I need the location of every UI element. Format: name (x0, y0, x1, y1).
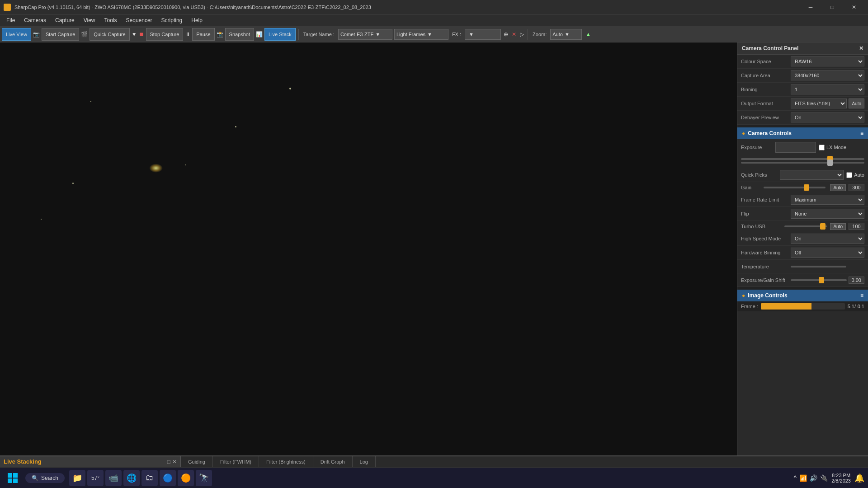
taskbar-icon-app2[interactable]: 🟠 (178, 470, 194, 486)
gain-slider-thumb[interactable] (804, 184, 809, 191)
gain-slider[interactable] (764, 187, 826, 188)
menu-scripting[interactable]: Scripting (157, 16, 187, 24)
ls-close-icon[interactable]: ✕ (172, 459, 177, 465)
camera-controls-icon: ● (742, 130, 745, 136)
menu-help[interactable]: Help (187, 16, 207, 24)
temperature-slider[interactable] (791, 266, 846, 267)
snapshot-button[interactable]: Snapshot (225, 28, 254, 41)
exposure-slider-row[interactable] (737, 155, 868, 168)
pause-button[interactable]: Pause (192, 28, 214, 41)
live-view-button[interactable]: Live View (2, 28, 31, 41)
taskbar-search[interactable]: 🔍 Search (25, 473, 65, 483)
turbo-usb-thumb[interactable] (820, 223, 826, 230)
volume-icon[interactable]: 🔊 (810, 474, 817, 482)
quick-picks-select[interactable] (780, 170, 844, 180)
chevron-up-tray-icon[interactable]: ^ (794, 474, 797, 482)
wifi-icon[interactable]: 📶 (799, 474, 807, 482)
image-view[interactable] (0, 42, 737, 455)
frame-rate-limit-row: Frame Rate Limit Maximum (737, 193, 868, 207)
menu-sequencer[interactable]: Sequencer (122, 16, 157, 24)
binning-select[interactable]: 1 (791, 84, 864, 94)
quick-capture-button[interactable]: Quick Capture (90, 28, 129, 41)
turbo-usb-row: Turbo USB Auto 100 (737, 221, 868, 232)
taskbar-icon-weather[interactable]: 57° (87, 470, 104, 486)
taskbar-icon-shapcap[interactable]: 🔭 (196, 470, 212, 486)
debayer-preview-select[interactable]: On Off (791, 113, 864, 122)
frame-rate-limit-select[interactable]: Maximum (791, 195, 864, 205)
fx-dropdown[interactable]: ▼ (465, 29, 501, 40)
frame-rate-limit-value[interactable]: Maximum (791, 195, 864, 205)
exposure-input[interactable]: 5.00 s (775, 142, 816, 153)
capture-area-select[interactable]: 3840x2160 (791, 70, 864, 80)
close-button[interactable]: ✕ (844, 0, 864, 14)
tab-filter-fwhm[interactable]: Filter (FWHM) (213, 456, 259, 467)
image-controls-menu-icon[interactable]: ≡ (860, 292, 863, 299)
colour-space-select[interactable]: RAW16 (791, 56, 864, 66)
gain-auto-button[interactable]: Auto (830, 184, 846, 191)
image-controls-header: ● Image Controls ≡ (737, 290, 868, 301)
minimize-button[interactable]: ─ (800, 0, 821, 14)
crosshair-icon: ⊕ (504, 31, 508, 38)
capture-area-value[interactable]: 3840x2160 (791, 70, 864, 80)
tab-drift-graph[interactable]: Drift Graph (313, 456, 353, 467)
taskbar-icon-edge[interactable]: 🌐 (123, 470, 140, 486)
menu-tools[interactable]: Tools (100, 16, 122, 24)
light-frames-dropdown-icon: ▼ (427, 32, 432, 37)
menu-cameras[interactable]: Cameras (19, 16, 51, 24)
flip-value[interactable]: None (791, 209, 864, 219)
menu-file[interactable]: File (2, 16, 19, 24)
hardware-binning-select[interactable]: Off On (791, 248, 864, 258)
output-format-auto-button[interactable]: Auto (849, 99, 864, 108)
exposure-gain-shift-thumb[interactable] (819, 277, 824, 283)
notification-icon[interactable]: 🔔 (854, 473, 864, 483)
start-button[interactable] (4, 469, 22, 487)
light-frames-dropdown[interactable]: Light Frames ▼ (394, 29, 448, 40)
binning-value[interactable]: 1 (791, 84, 864, 94)
turbo-usb-auto-button[interactable]: Auto (830, 223, 846, 230)
tab-filter-brightness[interactable]: Filter (Brightness) (259, 456, 313, 467)
zoom-value: Auto (552, 32, 563, 37)
frame-value: 5.1/-0.1 (848, 304, 864, 309)
taskbar-icon-files[interactable]: 🗂 (142, 470, 158, 486)
quick-picks-auto-checkbox[interactable] (846, 172, 852, 178)
capture-area-row: Capture Area 3840x2160 (737, 69, 868, 83)
live-stack-button[interactable]: Live Stack (264, 28, 296, 41)
menu-view[interactable]: View (79, 16, 100, 24)
taskbar-icon-explorer[interactable]: 📁 (69, 470, 85, 486)
camera-controls-menu-icon[interactable]: ≡ (860, 130, 863, 136)
exposure-slider-track2[interactable] (741, 162, 864, 164)
menu-capture[interactable]: Capture (51, 16, 79, 24)
high-speed-mode-value[interactable]: On Off (791, 234, 864, 244)
camera-controls-title: Camera Controls (748, 130, 792, 136)
high-speed-mode-row: High Speed Mode On Off (737, 232, 868, 246)
flip-select[interactable]: None (791, 209, 864, 219)
ls-minimize-icon[interactable]: ─ (161, 459, 165, 465)
zoom-dropdown[interactable]: Auto ▼ (550, 29, 582, 40)
maximize-button[interactable]: □ (822, 0, 843, 14)
target-name-dropdown[interactable]: Comet-E3-ZTF ▼ (338, 29, 392, 40)
exposure-slider-thumb2[interactable] (827, 160, 833, 166)
tab-log[interactable]: Log (353, 456, 376, 467)
ls-maximize-icon[interactable]: □ (167, 459, 170, 465)
hardware-binning-value[interactable]: Off On (791, 248, 864, 258)
start-capture-button[interactable]: Start Capture (42, 28, 79, 41)
star-dot (41, 219, 42, 220)
quick-capture-dropdown-icon[interactable]: ▼ (132, 31, 137, 38)
target-name-label: Target Name : (303, 32, 335, 37)
exposure-slider-track[interactable] (741, 158, 864, 160)
stop-capture-button[interactable]: Stop Capture (146, 28, 184, 41)
debayer-preview-value[interactable]: On Off (791, 113, 864, 122)
lx-mode-checkbox[interactable] (819, 145, 825, 150)
taskbar-time[interactable]: 8:23 PM 2/8/2023 (831, 473, 851, 483)
panel-close-icon[interactable]: ✕ (859, 45, 863, 52)
camera-controls-header: ● Camera Controls ≡ (737, 127, 868, 139)
high-speed-mode-select[interactable]: On Off (791, 234, 864, 244)
output-format-select[interactable]: FITS files (*.fits) (791, 99, 847, 108)
taskbar-icon-app1[interactable]: 🔵 (160, 470, 176, 486)
turbo-usb-slider[interactable] (784, 225, 827, 227)
colour-space-value[interactable]: RAW16 (791, 56, 864, 66)
taskbar-icon-video[interactable]: 📹 (105, 470, 122, 486)
tab-guiding[interactable]: Guiding (181, 456, 213, 467)
battery-icon[interactable]: 🔌 (820, 474, 828, 482)
exposure-gain-shift-slider[interactable] (791, 279, 847, 281)
